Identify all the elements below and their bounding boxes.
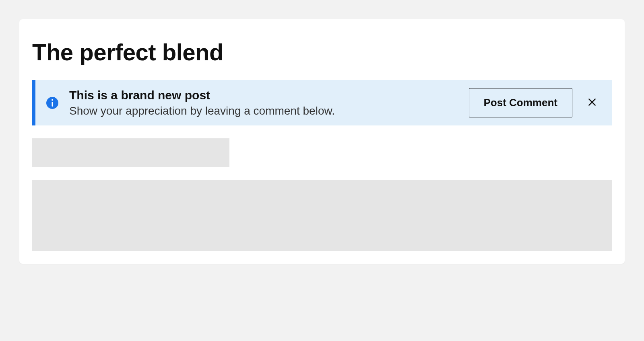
- alert-title: This is a brand new post: [69, 88, 459, 102]
- info-alert: This is a brand new post Show your appre…: [32, 80, 612, 125]
- info-icon: [45, 96, 60, 110]
- page-title: The perfect blend: [32, 39, 612, 66]
- skeleton-placeholder-short: [32, 138, 229, 167]
- alert-actions: Post Comment: [469, 88, 601, 117]
- skeleton-placeholder-long: [32, 180, 612, 251]
- close-icon: [587, 97, 597, 109]
- svg-rect-1: [52, 102, 53, 107]
- close-button[interactable]: [584, 94, 601, 112]
- alert-description: Show your appreciation by leaving a comm…: [69, 105, 459, 117]
- svg-point-2: [52, 99, 53, 101]
- alert-content: This is a brand new post Show your appre…: [69, 88, 459, 117]
- content-card: The perfect blend This is a brand new po…: [19, 19, 625, 264]
- post-comment-button[interactable]: Post Comment: [469, 88, 572, 117]
